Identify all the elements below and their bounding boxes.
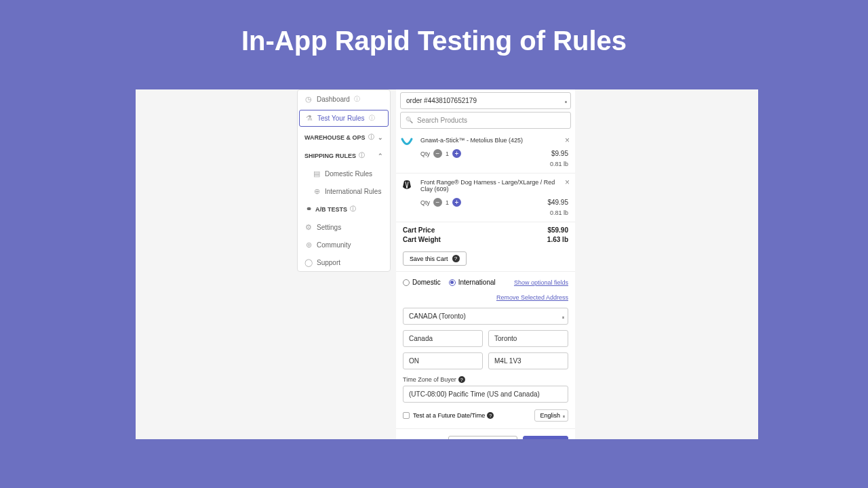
cart-weight-value: 1.63 lb [547,236,568,243]
info-icon [350,205,356,214]
qty-increase-button[interactable]: + [452,198,461,207]
chevron-down-icon: ⌄ [378,134,383,141]
sidebar-item-abtests[interactable]: ⚭ A/B TESTS [298,200,390,218]
sidebar-item-support[interactable]: ◯ Support [298,253,390,271]
radio-label: Domestic [412,279,441,286]
cart-item-title: Gnawt-a-Stick™ - Metolius Blue (425) [420,137,568,144]
main-panel: order #4438107652179 Search Products Gna… [396,89,575,439]
list-icon: ▤ [313,169,321,178]
sidebar-label: Dashboard [317,96,350,103]
item-price: $9.95 [551,150,568,157]
gear-icon: ⚙ [304,223,313,231]
item-weight: 0.81 lb [403,209,568,216]
future-label: Test at a Future Date/Time [413,412,485,419]
sidebar-label: International Rules [325,188,381,195]
radio-domestic[interactable]: Domestic [403,279,441,286]
province-input[interactable]: ON [403,352,483,369]
sidebar-item-domestic-rules[interactable]: ▤ Domestic Rules [298,165,390,182]
sidebar-item-intl-rules[interactable]: ⊕ International Rules [298,182,390,200]
country-input[interactable]: Canada [403,330,483,347]
header-label: SHIPPING RULES [304,152,356,159]
save-address-button[interactable]: Save this Address [448,436,517,439]
globe-icon: ⊕ [313,187,321,195]
sidebar-item-dashboard[interactable]: ◷ Dashboard [298,90,390,108]
show-optional-link[interactable]: Show optional fields [514,279,568,286]
sidebar-label: Test Your Rules [317,115,365,122]
sidebar-label: Domestic Rules [325,170,372,178]
page-title: In-App Rapid Testing of Rules [0,0,868,56]
gauge-icon: ◷ [304,96,313,104]
info-icon [354,95,360,104]
sidebar-header-warehouse[interactable]: WAREHOUSE & OPS ⌄ [298,128,390,146]
sidebar-label: A/B TESTS [315,206,347,213]
product-thumb [400,137,414,150]
radio-icon [449,279,456,286]
checkbox-icon [403,412,410,419]
product-thumb [400,179,414,192]
flask-icon: ⚭ [304,205,313,214]
headset-icon: ◯ [304,258,313,266]
sidebar-label: Support [317,259,340,266]
chevron-up-icon: ⌃ [378,152,383,159]
order-select-value: order #4438107652179 [406,97,477,104]
qty-decrease-button[interactable]: − [433,149,442,158]
help-icon: ? [458,376,465,383]
cart-price-value: $59.90 [547,226,568,234]
timezone-select[interactable]: (UTC-08:00) Pacific Time (US and Canada) [403,386,568,403]
button-label: Save this Cart [410,256,448,262]
remove-item-button[interactable]: × [565,136,570,145]
info-icon [368,133,374,142]
qty-label: Qty [420,199,430,206]
cart-price-label: Cart Price [403,226,435,234]
info-icon [369,114,375,123]
sidebar-item-settings[interactable]: ⚙ Settings [298,218,390,236]
item-price: $49.95 [547,199,568,206]
qty-value: 1 [446,199,449,206]
timezone-label: Time Zone of Buyer ? [403,376,568,383]
country-select-value: CANADA (Toronto) [409,312,466,320]
item-weight: 0.81 lb [403,161,568,167]
save-cart-button[interactable]: Save this Cart ? [403,251,467,266]
app-window: ◷ Dashboard ⚗ Test Your Rules WAREHOUSE … [136,89,758,439]
qty-decrease-button[interactable]: − [433,198,442,207]
remove-item-button[interactable]: × [565,178,570,187]
radio-international[interactable]: International [449,279,496,286]
radio-label: International [458,279,496,286]
footer-actions: Save this Address Get Rates [396,428,575,439]
cart-summary: Cart Price $59.90 Cart Weight 1.63 lb [396,222,575,249]
sidebar: ◷ Dashboard ⚗ Test Your Rules WAREHOUSE … [297,89,391,272]
lang-value: English [540,412,560,419]
address-section: Domestic International Show optional fie… [396,271,575,428]
sidebar-item-test-rules[interactable]: ⚗ Test Your Rules [299,110,389,127]
flask-icon: ⚗ [305,115,313,123]
radio-icon [403,279,410,286]
header-label: WAREHOUSE & OPS [304,134,366,141]
get-rates-button[interactable]: Get Rates [523,436,568,439]
cart-item: Gnawt-a-Stick™ - Metolius Blue (425) × Q… [396,131,575,174]
qty-label: Qty [420,150,430,157]
future-date-checkbox-row[interactable]: Test at a Future Date/Time ? [403,412,494,419]
remove-address-link[interactable]: Remove Selected Address [496,294,568,301]
help-icon: ? [452,255,460,262]
sidebar-header-shipping[interactable]: SHIPPING RULES ⌃ [298,146,390,165]
sidebar-label: Community [317,241,351,249]
postal-input[interactable]: M4L 1V3 [488,352,568,369]
cart-weight-label: Cart Weight [403,236,441,243]
language-select[interactable]: English [534,409,568,422]
people-icon: ⊚ [304,241,313,249]
cart-item: Front Range® Dog Harness - Large/XLarge … [396,174,575,222]
qty-value: 1 [446,150,449,157]
city-input[interactable]: Toronto [488,330,568,347]
order-select[interactable]: order #4438107652179 [400,92,571,109]
info-icon [359,151,365,160]
sidebar-label: Settings [317,224,341,231]
help-icon: ? [487,412,494,419]
country-select[interactable]: CANADA (Toronto) [403,308,568,325]
qty-increase-button[interactable]: + [452,149,461,158]
search-placeholder: Search Products [417,117,467,124]
sidebar-item-community[interactable]: ⊚ Community [298,236,390,253]
cart-item-title: Front Range® Dog Harness - Large/XLarge … [420,179,568,192]
search-input[interactable]: Search Products [400,112,571,129]
